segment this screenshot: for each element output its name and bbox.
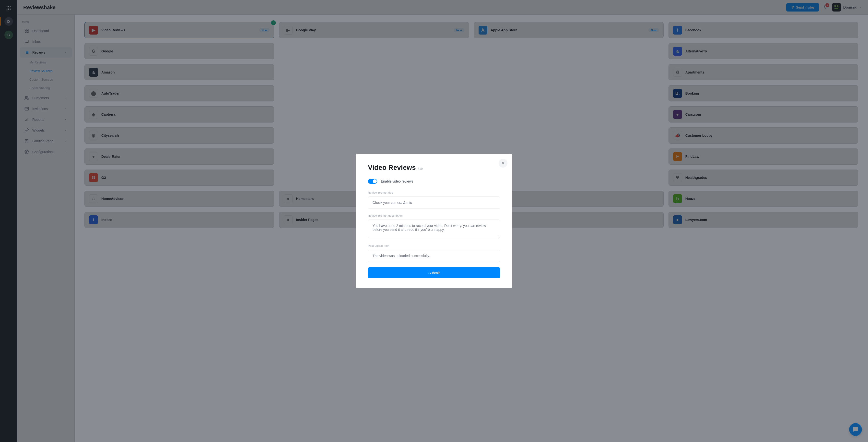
prompt-description-textarea[interactable] — [368, 219, 500, 238]
prompt-title-label: Review prompt title — [368, 191, 500, 194]
video-reviews-modal: Video Reviews #19 Enable video reviews R… — [356, 154, 512, 288]
post-upload-input[interactable] — [368, 250, 500, 262]
enable-toggle[interactable] — [368, 179, 377, 184]
modal-title: Video Reviews #19 — [368, 164, 500, 172]
submit-button[interactable]: Submit — [368, 267, 500, 278]
modal-overlay[interactable]: Video Reviews #19 Enable video reviews R… — [0, 0, 868, 442]
close-button[interactable] — [499, 159, 507, 168]
toggle-label: Enable video reviews — [381, 179, 413, 183]
post-upload-label: Post-upload text — [368, 244, 500, 247]
prompt-title-input[interactable] — [368, 197, 500, 209]
close-icon — [501, 161, 505, 165]
modal-id: #19 — [418, 167, 423, 171]
prompt-description-label: Review prompt description — [368, 214, 500, 217]
